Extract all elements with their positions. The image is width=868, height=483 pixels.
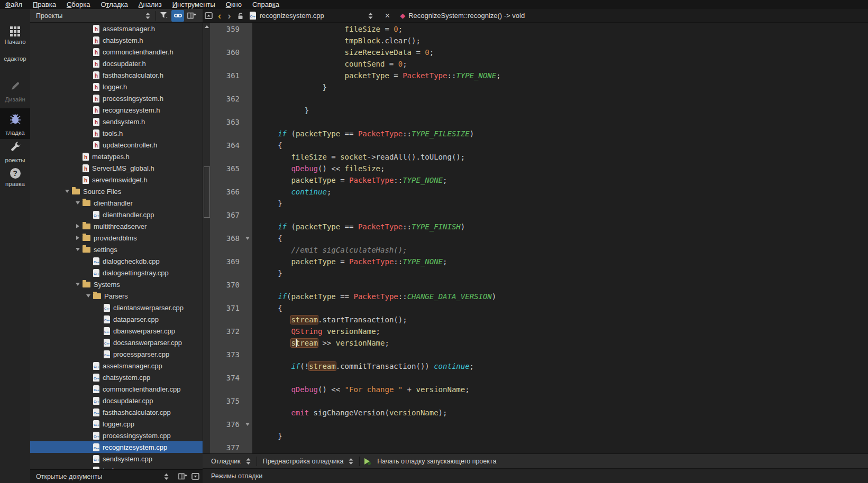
tree-item-multithreadserver[interactable]: multithreadserver <box>30 220 203 232</box>
tree-item-fasthashcalculator.h[interactable]: hfasthashcalculator.h <box>30 69 203 81</box>
start-debug-button[interactable]: Начать отладку запускающего проекта <box>361 458 500 465</box>
tree-item-commonclienthandler.cpp[interactable]: C++commonclienthandler.cpp <box>30 383 203 395</box>
menu-item-help[interactable]: Справка <box>247 0 285 9</box>
tree-item-recognizesystem.h[interactable]: hrecognizesystem.h <box>30 104 203 116</box>
code-line-379[interactable]: packetType = PacketType::TYPE_NONE; <box>252 256 868 267</box>
code-line-365[interactable] <box>252 93 868 105</box>
line-number-375[interactable]: 375 <box>210 395 252 407</box>
collapsed-arrow-icon[interactable] <box>75 224 81 228</box>
code-line-385[interactable]: QString versionName; <box>252 326 868 337</box>
line-number-363[interactable]: 363 <box>210 116 252 128</box>
line-number-377[interactable]: 377 <box>210 442 252 453</box>
menu-item-build[interactable]: Сборка <box>61 0 96 9</box>
tree-item-tools.cpp[interactable]: C++tools.cpp <box>30 465 203 469</box>
pane-selector-arrows[interactable] <box>142 10 153 22</box>
mode-welcome[interactable]: Начало <box>0 26 30 45</box>
debug-preset-combo[interactable]: Преднастройка отладчика <box>259 458 358 465</box>
expanded-arrow-icon[interactable] <box>75 248 81 251</box>
code-line-388[interactable]: if(!stream.commitTransaction()) continue… <box>252 360 868 372</box>
line-number-369[interactable]: 369 <box>210 256 252 267</box>
line-number-365[interactable]: 365 <box>210 163 252 174</box>
code-line-359[interactable]: fileSize = 0; <box>252 23 868 35</box>
tree-item-serverlms_global.h[interactable]: hServerLMS_global.h <box>30 162 203 174</box>
line-number-374[interactable]: 374 <box>210 372 252 384</box>
code-line-386[interactable]: stream >> versionName; <box>252 337 868 349</box>
line-number-367[interactable]: 367 <box>210 209 252 221</box>
menu-item-file[interactable]: Файл <box>0 0 28 9</box>
code-line-372[interactable]: packetType = PacketType::TYPE_NONE; <box>252 174 868 186</box>
tree-item-clienthandler[interactable]: clienthandler <box>30 197 203 209</box>
code-line-392[interactable]: emit sigChangeVersion(versionName); <box>252 407 868 419</box>
tree-item-systems[interactable]: Systems <box>30 278 203 290</box>
code-line-377[interactable]: { <box>252 233 868 244</box>
code-line-390[interactable]: qDebug() << "For change " + versionName; <box>252 384 868 395</box>
tree-item-metatypes.h[interactable]: hmetatypes.h <box>30 151 203 162</box>
filter-button[interactable] <box>159 10 169 22</box>
close-document-button[interactable]: × <box>381 11 394 21</box>
mode-projects[interactable]: роекты <box>0 141 30 163</box>
code-line-370[interactable]: fileSize = socket->readAll().toULong(); <box>252 151 868 163</box>
collapse-panel-button[interactable] <box>203 10 214 22</box>
code-line-373[interactable]: continue; <box>252 186 868 198</box>
tree-item-processingsystem.cpp[interactable]: C++processingsystem.cpp <box>30 430 203 441</box>
file-selector-arrows[interactable] <box>366 10 376 22</box>
tree-item-source-files[interactable]: Source Files <box>30 185 203 197</box>
tree-item-processparser.cpp[interactable]: C++processparser.cpp <box>30 348 203 360</box>
tree-item-logger.cpp[interactable]: C++logger.cpp <box>30 418 203 430</box>
code-line-374[interactable]: } <box>252 198 868 209</box>
code-line-387[interactable] <box>252 349 868 360</box>
code-line-371[interactable]: qDebug() << fileSize; <box>252 163 868 174</box>
fold-marker-icon[interactable] <box>245 237 250 240</box>
tree-item-docsupdater.h[interactable]: hdocsupdater.h <box>30 58 203 69</box>
mode-editor[interactable]: едактор <box>0 53 30 62</box>
line-number-362[interactable]: 362 <box>210 93 252 105</box>
line-number-360[interactable]: 360 <box>210 47 252 58</box>
code-line-381[interactable] <box>252 279 868 291</box>
tree-item-clienthandler.cpp[interactable]: C++clienthandler.cpp <box>30 209 203 220</box>
code-line-394[interactable]: } <box>252 430 868 442</box>
expanded-arrow-icon[interactable] <box>75 283 81 286</box>
symbol-selector[interactable]: RecognizeSystem::recognize() -> void <box>408 12 525 20</box>
expanded-arrow-icon[interactable] <box>85 294 92 298</box>
tree-item-updatecontroller.h[interactable]: hupdatecontroller.h <box>30 139 203 151</box>
tree-item-fasthashcalculator.cpp[interactable]: C++fasthashcalculator.cpp <box>30 406 203 418</box>
fold-marker-icon[interactable] <box>245 423 250 426</box>
tree-item-commonclienthandler.h[interactable]: hcommonclienthandler.h <box>30 46 203 58</box>
code-line-364[interactable]: } <box>252 81 868 93</box>
tree-item-dialogsettingstray.cpp[interactable]: C++dialogsettingstray.cpp <box>30 267 203 278</box>
scrollbar-thumb[interactable] <box>204 166 210 218</box>
code-line-378[interactable]: //emit sigCalculateHash(); <box>252 244 868 256</box>
line-number-359[interactable]: 359 <box>210 23 252 35</box>
line-number-361[interactable]: 361 <box>210 70 252 81</box>
line-number-371[interactable]: 371 <box>210 302 252 314</box>
pane-selector-arrows[interactable] <box>161 471 171 482</box>
menu-item-edit[interactable]: Правка <box>28 0 61 9</box>
collapsed-arrow-icon[interactable] <box>75 236 81 240</box>
code-editor[interactable]: fileSize = 0; tmpBlock.clear(); sizeRece… <box>252 23 868 453</box>
code-line-363[interactable]: packetType = PacketType::TYPE_NONE; <box>252 70 868 81</box>
tree-item-recognizesystem.cpp[interactable]: C++recognizesystem.cpp <box>30 441 203 453</box>
code-line-368[interactable]: if (packetType == PacketType::TYPE_FILES… <box>252 128 868 140</box>
tree-item-assetsmanager.h[interactable]: hassetsmanager.h <box>30 23 203 34</box>
line-number-373[interactable]: 373 <box>210 349 252 360</box>
code-line-395[interactable] <box>252 442 868 453</box>
tree-item-assetsmanager.cpp[interactable]: C++assetsmanager.cpp <box>30 360 203 371</box>
tree-item-dataparser.cpp[interactable]: C++dataparser.cpp <box>30 313 203 325</box>
menu-item-debug[interactable]: Отладка <box>95 0 133 9</box>
line-number-376[interactable]: 376 <box>210 419 252 430</box>
code-line-369[interactable]: { <box>252 140 868 151</box>
tree-item-parsers[interactable]: Parsers <box>30 290 203 302</box>
navigate-back-button[interactable]: ‹ <box>215 10 224 22</box>
line-number-372[interactable]: 372 <box>210 326 252 337</box>
menu-item-window[interactable]: Окно <box>221 0 247 9</box>
code-line-389[interactable] <box>252 372 868 384</box>
expanded-arrow-icon[interactable] <box>64 190 70 193</box>
tree-item-serverlmswidget.h[interactable]: hserverlmswidget.h <box>30 174 203 185</box>
split-button[interactable] <box>177 471 188 482</box>
sync-with-editor-button[interactable] <box>171 10 184 22</box>
open-documents-selector[interactable]: Открытые документы <box>30 473 160 480</box>
code-line-393[interactable] <box>252 419 868 430</box>
code-line-361[interactable]: sizeReceiveData = 0; <box>252 47 868 58</box>
code-line-366[interactable]: } <box>252 105 868 116</box>
tree-scrollbar[interactable] <box>203 23 210 469</box>
